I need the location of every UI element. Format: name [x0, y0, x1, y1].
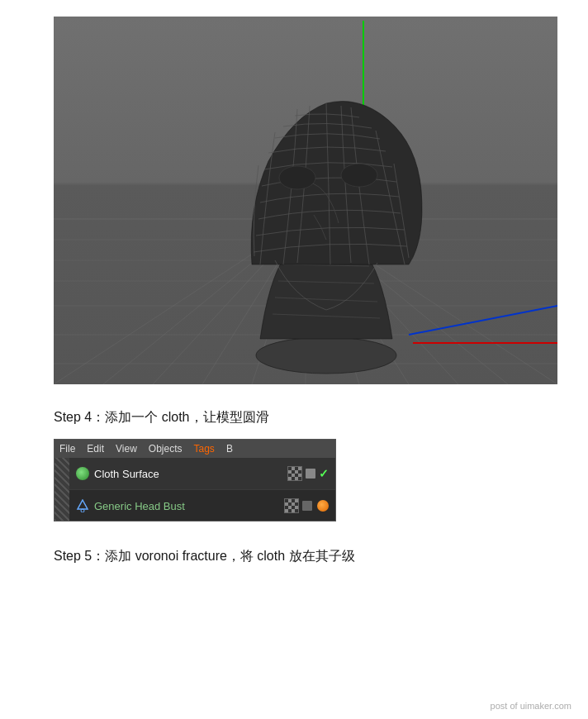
bust-icon-wrapper: [76, 499, 89, 512]
c4d-menubar: File Edit View Objects Tags B: [55, 440, 335, 458]
cloth-check-mark: ✓: [319, 467, 329, 480]
svg-point-19: [256, 337, 396, 374]
page-container: Step 4：添加一个 cloth，让模型圆滑 File Edit View O…: [0, 0, 588, 574]
bust-orange-dot: [317, 500, 329, 512]
svg-marker-28: [78, 500, 88, 509]
c4d-items-area: Cloth Surface ✓ Generic Head Bust: [69, 458, 335, 521]
menu-view: View: [116, 443, 137, 455]
cloth-surface-label: Cloth Surface: [94, 468, 282, 480]
bust-icon: [76, 499, 89, 512]
footer-text: post of uimaker.com: [491, 701, 571, 711]
3d-viewport: [54, 17, 557, 384]
bust-square: [302, 501, 312, 511]
cloth-surface-row: Cloth Surface ✓: [69, 458, 335, 490]
svg-line-26: [409, 306, 557, 335]
menu-objects: Objects: [149, 443, 183, 455]
svg-point-25: [341, 164, 377, 187]
menu-b: B: [226, 443, 233, 455]
c4d-hatch: [55, 458, 69, 521]
step4-content: Step 4：添加一个 cloth，让模型圆滑: [54, 410, 269, 424]
step5-text: Step 5：添加 voronoi fracture，将 cloth 放在其子级: [0, 521, 588, 574]
footer: post of uimaker.com: [491, 701, 571, 711]
menu-tags: Tags: [194, 443, 215, 455]
bust-controls: [284, 498, 329, 513]
generic-head-bust-row: Generic Head Bust: [69, 490, 335, 521]
viewport-grid: [54, 17, 557, 384]
c4d-ui-screenshot: File Edit View Objects Tags B Cloth Surf…: [54, 439, 336, 521]
cloth-controls: ✓: [287, 466, 329, 481]
cloth-icon: [76, 467, 89, 480]
cloth-checker: [287, 466, 302, 481]
step4-text: Step 4：添加一个 cloth，让模型圆滑: [0, 384, 588, 439]
step5-content: Step 5：添加 voronoi fracture，将 cloth 放在其子级: [54, 549, 355, 563]
cloth-square: [306, 469, 315, 479]
menu-file: File: [59, 443, 75, 455]
viewport-section: [0, 0, 588, 384]
bust-checker: [284, 498, 299, 513]
svg-point-24: [279, 166, 315, 189]
generic-head-bust-label: Generic Head Bust: [94, 500, 279, 512]
menu-edit: Edit: [87, 443, 104, 455]
